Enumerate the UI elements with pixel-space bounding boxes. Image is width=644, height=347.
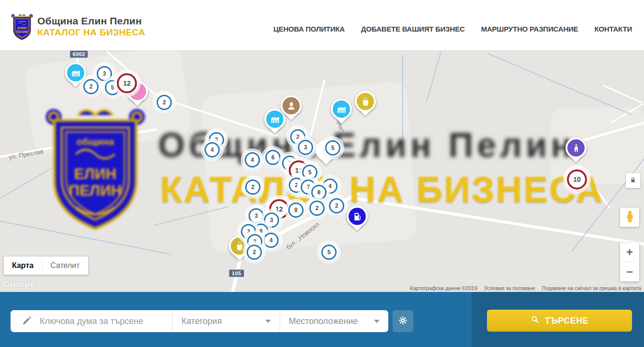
cluster-count: 12 — [117, 73, 137, 93]
cluster-count: 2 — [83, 79, 99, 94]
church-icon — [567, 139, 585, 157]
cluster-marker[interactable]: 2 — [308, 199, 326, 217]
cluster-marker[interactable]: 2 — [328, 197, 346, 215]
cluster-count: 2 — [245, 179, 260, 195]
cluster-count: 6 — [265, 150, 281, 165]
cluster-marker[interactable]: 6 — [264, 148, 282, 167]
location-dropdown-label: Местоположение — [289, 316, 358, 326]
cluster-count: 5 — [325, 140, 340, 156]
map-data-copyright: Картографски данни ©2019 — [410, 285, 477, 291]
cluster-count: 2 — [247, 245, 262, 260]
chevron-down-icon — [374, 320, 380, 323]
cluster-marker[interactable]: 4 — [203, 141, 221, 159]
terms-link[interactable]: Условия за ползване — [484, 285, 535, 291]
map-type-map-button[interactable]: Карта — [4, 257, 42, 275]
search-input-group: Категория Местоположение — [11, 310, 388, 332]
cluster-marker[interactable]: 3 — [296, 138, 315, 157]
nav-item-route-schedule[interactable]: МАРШРУТНО РАЗПИСАНИЕ — [481, 25, 578, 33]
nav-item-add-business[interactable]: ДОБАВЕТЕ ВАШИЯТ БИЗНЕС — [361, 25, 465, 33]
factory-icon — [67, 64, 84, 81]
header: община ЕЛИН ПЕЛИН Община Елин Пелин КАТА… — [0, 0, 644, 51]
nav-item-contacts[interactable]: КОНТАКТИ — [594, 25, 632, 33]
site-title: Община Елин Пелин — [37, 15, 145, 26]
zoom-in-button[interactable]: + — [620, 243, 639, 262]
cluster-count: 2 — [309, 201, 325, 216]
svg-text:община: община — [18, 20, 26, 22]
cluster-count: 8 — [311, 185, 327, 200]
gear-icon — [398, 315, 408, 327]
cluster-marker[interactable]: 2 — [244, 178, 262, 196]
site-logo[interactable]: община ЕЛИН ПЕЛИН Община Елин Пелин КАТА… — [11, 7, 145, 45]
cluster-count: 4 — [245, 152, 260, 168]
cluster-marker[interactable]: 2 — [155, 93, 173, 112]
cluster-count: 2 — [157, 95, 172, 110]
worker-icon — [282, 97, 300, 114]
cluster-marker[interactable]: 2 — [82, 78, 100, 96]
map-type-satellite-button[interactable]: Сателит — [42, 257, 88, 275]
pegman-icon — [623, 210, 636, 225]
cluster-marker[interactable]: 5 — [320, 243, 338, 261]
cluster-count: 8 — [288, 202, 304, 218]
site-subtitle: КАТАЛОГ НА БИЗНЕСА — [37, 28, 145, 38]
municipality-crest-logo: община ЕЛИН ПЕЛИН — [11, 11, 34, 45]
location-dropdown[interactable]: Местоположение — [280, 310, 388, 332]
fuel-icon — [349, 208, 366, 225]
cluster-count: 5 — [321, 245, 337, 260]
search-button-label: ТЪРСЕНЕ — [545, 316, 589, 326]
map-markers-layer: 2351223423546713522748128223383432510 — [0, 50, 644, 292]
factory-icon — [333, 101, 350, 118]
category-dropdown[interactable]: Категория — [172, 310, 280, 332]
chevron-down-icon — [265, 320, 271, 323]
nav-item-pricing[interactable]: ЦЕНОВА ПОЛИТИКА — [273, 25, 345, 33]
cluster-marker[interactable]: 4 — [243, 151, 261, 169]
search-bar: Категория Местоположение ТЪРСЕНЕ — [0, 292, 644, 347]
cluster-count: 4 — [204, 142, 220, 157]
padlock-icon — [629, 176, 637, 186]
search-button-panel: ТЪРСЕНЕ — [472, 292, 644, 347]
google-map[interactable]: ул. Преслав бул. „Новосел ция" 6002 105 … — [0, 50, 644, 292]
church-pin[interactable] — [565, 137, 587, 158]
zoom-control: + − — [620, 243, 639, 281]
cluster-marker[interactable]: 12 — [115, 72, 138, 95]
map-attribution: Картографски данни ©2019 Условия за полз… — [410, 285, 641, 291]
fuel-pin[interactable] — [347, 206, 368, 227]
cluster-marker[interactable]: 8 — [287, 201, 305, 219]
pencil-icon — [22, 315, 32, 327]
cluster-count: 5 — [302, 165, 317, 180]
keyword-section — [11, 310, 172, 332]
main-nav: ЦЕНОВА ПОЛИТИКА ДОБАВЕТЕ ВАШИЯТ БИЗНЕС М… — [273, 0, 632, 50]
cluster-marker[interactable]: 10 — [565, 168, 588, 191]
cluster-marker[interactable]: 8 — [310, 183, 328, 201]
svg-text:ПЕЛИН: ПЕЛИН — [16, 30, 28, 34]
worker-pin[interactable] — [281, 95, 302, 116]
cluster-count: 3 — [249, 208, 264, 224]
lock-button[interactable] — [626, 173, 640, 188]
factory-pin[interactable] — [65, 62, 86, 83]
search-icon — [531, 315, 540, 326]
category-dropdown-label: Категория — [181, 316, 222, 326]
cluster-count: 4 — [263, 233, 279, 248]
cluster-count: 2 — [329, 198, 344, 213]
cluster-count: 10 — [567, 169, 587, 190]
cluster-marker[interactable]: 4 — [262, 231, 280, 249]
factory-pin[interactable] — [331, 99, 352, 120]
factory-icon — [266, 111, 283, 128]
street-view-pegman-button[interactable] — [620, 208, 639, 227]
cluster-marker[interactable]: 5 — [324, 139, 342, 157]
bag-icon — [357, 93, 374, 110]
zoom-out-button[interactable]: − — [620, 262, 639, 281]
advanced-settings-button[interactable] — [393, 310, 413, 332]
search-button[interactable]: ТЪРСЕНЕ — [487, 310, 632, 332]
cluster-marker[interactable]: 2 — [245, 243, 263, 261]
keyword-search-input[interactable] — [39, 316, 151, 327]
bag-pin[interactable] — [355, 91, 376, 112]
report-error-link[interactable]: Подаване на сигнал за грешка в картата — [542, 285, 641, 291]
google-logo[interactable]: Google — [3, 279, 35, 290]
cluster-count: 3 — [298, 140, 313, 155]
map-type-control: Карта Сателит — [4, 257, 88, 275]
svg-text:ЕЛИН: ЕЛИН — [17, 26, 26, 30]
